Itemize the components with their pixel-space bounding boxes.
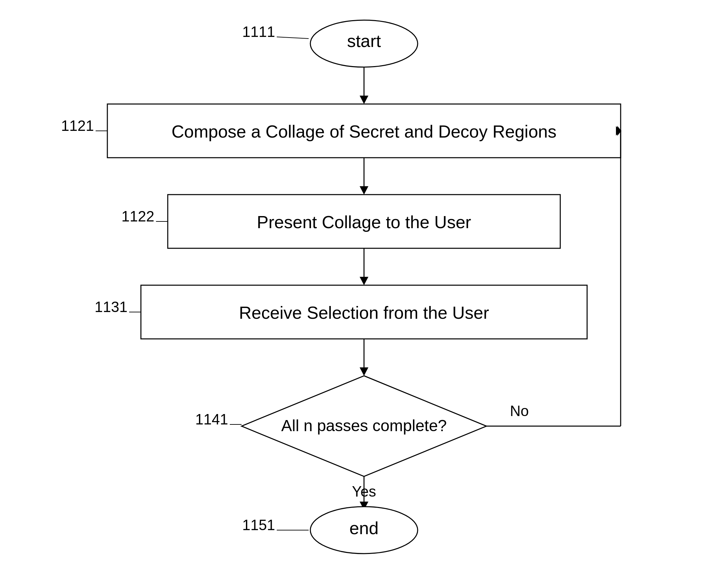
present-label: Present Collage to the User [257,212,471,232]
label-1111: 1111 [242,23,275,40]
receive-label: Receive Selection from the User [239,303,489,322]
no-label: No [510,403,529,419]
diagram-container: start 1111 Compose a Collage of Secret a… [0,0,728,562]
label-1122: 1122 [121,208,154,224]
label-1141: 1141 [195,411,228,427]
start-label: start [347,31,381,51]
label-1121: 1121 [61,117,94,134]
decision-label: All n passes complete? [281,417,447,435]
svg-marker-7 [360,186,368,195]
svg-marker-3 [360,96,368,104]
label-1151: 1151 [242,517,275,533]
svg-marker-11 [360,277,368,285]
svg-marker-15 [360,367,368,376]
compose-label: Compose a Collage of Secret and Decoy Re… [171,122,557,141]
label-1131: 1131 [95,299,127,315]
svg-line-1 [277,37,309,39]
end-label: end [350,518,379,538]
